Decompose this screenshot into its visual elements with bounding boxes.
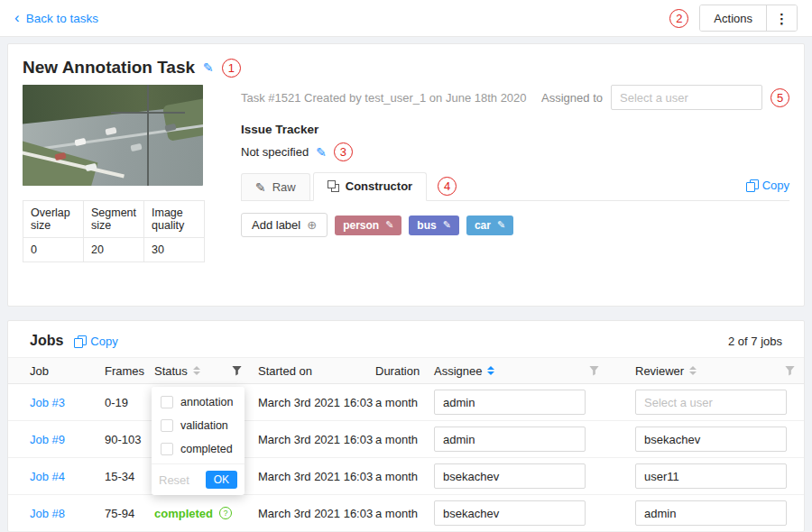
tab-raw-label: Raw — [272, 180, 296, 194]
job-row: Job #9 90-103 March 3rd 2021 16:03 a mon… — [8, 421, 804, 458]
constructor-icon — [328, 180, 339, 192]
tab-constructor[interactable]: Constructor — [313, 172, 427, 201]
params-value-row: 0 20 30 — [23, 238, 205, 262]
assignee-input[interactable] — [434, 463, 586, 489]
job-duration: a month — [375, 396, 434, 409]
copy-jobs-button[interactable]: Copy — [74, 335, 117, 348]
filter-funnel-icon-reviewer[interactable] — [785, 366, 795, 376]
label-chip-bus-name: bus — [417, 219, 436, 232]
tab-raw[interactable]: ✎ Raw — [241, 173, 310, 200]
jobs-title: Jobs — [30, 333, 63, 349]
filter-option-annotation[interactable]: annotation — [152, 390, 245, 414]
job-frames: 75-94 — [105, 507, 154, 520]
reviewer-input[interactable] — [635, 463, 787, 489]
filter-ok-button[interactable]: OK — [206, 471, 237, 489]
back-to-tasks-link[interactable]: ‹ Back to tasks — [14, 11, 98, 26]
edit-label-icon[interactable]: ✎ — [385, 220, 393, 230]
sort-icon-active — [487, 366, 494, 375]
reviewer-input[interactable] — [635, 500, 787, 526]
filter-option-completed[interactable]: completed — [152, 437, 245, 461]
param-header-overlap: Overlap size — [23, 201, 84, 238]
col-header-status[interactable]: Status — [154, 364, 258, 378]
jobs-card: Jobs Copy 2 of 7 jobs Job Frames Status … — [7, 320, 805, 532]
param-header-quality: Image quality — [144, 201, 205, 238]
col-header-reviewer-label: Reviewer — [635, 364, 684, 378]
edit-issue-tracker-icon[interactable]: ✎ — [316, 146, 327, 159]
job-duration: a month — [375, 433, 434, 446]
col-header-reviewer[interactable]: Reviewer — [635, 364, 804, 378]
task-right-column: Task #1521 Created by test_user_1 on Jun… — [241, 85, 789, 262]
job-duration: a month — [375, 470, 434, 483]
task-left-column: Overlap size Segment size Image quality … — [23, 85, 212, 262]
col-header-assignee-label: Assignee — [434, 364, 482, 378]
job-link[interactable]: Job #9 — [30, 433, 65, 446]
filter-funnel-icon-assignee[interactable] — [589, 366, 599, 376]
reviewer-input[interactable] — [635, 427, 787, 452]
edit-label-icon[interactable]: ✎ — [443, 220, 451, 230]
job-status: completed ? — [154, 507, 258, 520]
filter-funnel-icon-status[interactable] — [232, 366, 242, 376]
label-chip-person-name: person — [343, 219, 379, 232]
col-header-status-label: Status — [154, 364, 188, 378]
assignee-input[interactable] — [434, 390, 586, 415]
col-header-assignee[interactable]: Assignee — [434, 364, 635, 378]
job-link[interactable]: Job #8 — [30, 507, 65, 520]
job-started: March 3rd 2021 16:03 — [258, 433, 375, 446]
job-row: Job #4 15-34 March 3rd 2021 16:03 a mont… — [8, 458, 804, 495]
assignee-input[interactable] — [434, 427, 586, 452]
task-parameters-table: Overlap size Segment size Image quality … — [23, 200, 205, 262]
copy-icon — [74, 335, 86, 347]
jobs-header: Jobs Copy 2 of 7 jobs — [8, 321, 804, 357]
filter-footer: Reset OK — [152, 463, 245, 495]
assigned-to-group: Assigned to 5 — [541, 85, 789, 110]
label-chip-car[interactable]: car ✎ — [466, 216, 513, 235]
actions-button[interactable]: Actions — [700, 5, 766, 31]
job-status-completed: completed — [154, 507, 213, 520]
copy-labels-label: Copy — [762, 179, 789, 192]
copy-labels-button[interactable]: Copy — [746, 179, 789, 200]
copy-jobs-label: Copy — [90, 335, 117, 348]
label-chip-person[interactable]: person ✎ — [335, 216, 401, 235]
task-title: New Annotation Task — [23, 58, 195, 78]
checkbox-icon[interactable] — [161, 443, 173, 455]
chevron-left-icon: ‹ — [14, 10, 20, 25]
filter-option-validation[interactable]: validation — [152, 414, 245, 437]
topbar-right: 2 Actions ⋮ — [669, 5, 798, 32]
checkbox-icon[interactable] — [161, 396, 173, 408]
edit-label-icon[interactable]: ✎ — [497, 220, 505, 230]
params-header-row: Overlap size Segment size Image quality — [23, 201, 205, 238]
job-link[interactable]: Job #3 — [30, 396, 65, 409]
question-circle-icon[interactable]: ? — [219, 507, 232, 519]
plus-circle-icon: ⊕ — [307, 219, 317, 231]
filter-reset-button[interactable]: Reset — [159, 473, 189, 487]
filter-option-completed-label: completed — [180, 443, 233, 455]
task-title-row: New Annotation Task ✎ 1 — [8, 44, 804, 85]
assigned-to-label: Assigned to — [541, 91, 603, 105]
filter-option-annotation-label: annotation — [180, 396, 233, 408]
job-started: March 3rd 2021 16:03 — [258, 470, 375, 483]
actions-button-group: Actions ⋮ — [699, 5, 798, 32]
copy-icon — [746, 179, 758, 191]
checkbox-icon[interactable] — [161, 419, 173, 432]
more-menu-button[interactable]: ⋮ — [766, 5, 797, 31]
back-to-tasks-label: Back to tasks — [26, 12, 98, 25]
callout-2: 2 — [669, 9, 688, 28]
edit-title-icon[interactable]: ✎ — [203, 61, 214, 74]
label-chip-bus[interactable]: bus ✎ — [409, 216, 459, 235]
job-link[interactable]: Job #4 — [30, 470, 65, 483]
tab-constructor-label: Constructor — [346, 179, 412, 193]
sort-icon — [689, 366, 697, 375]
assignee-input[interactable] — [434, 500, 586, 526]
job-frames: 15-34 — [105, 470, 154, 483]
callout-3: 3 — [334, 142, 353, 161]
param-header-segment: Segment size — [84, 201, 144, 238]
col-header-frames: Frames — [105, 364, 154, 378]
callout-1: 1 — [222, 59, 241, 78]
jobs-count: 2 of 7 jobs — [728, 335, 782, 348]
vertical-ellipsis-icon: ⋮ — [775, 12, 789, 25]
assigned-to-input[interactable] — [611, 85, 762, 110]
add-label-text: Add label — [252, 218, 300, 232]
reviewer-input[interactable] — [635, 390, 787, 415]
label-chip-car-name: car — [475, 219, 491, 232]
add-label-button[interactable]: Add label ⊕ — [241, 213, 328, 237]
